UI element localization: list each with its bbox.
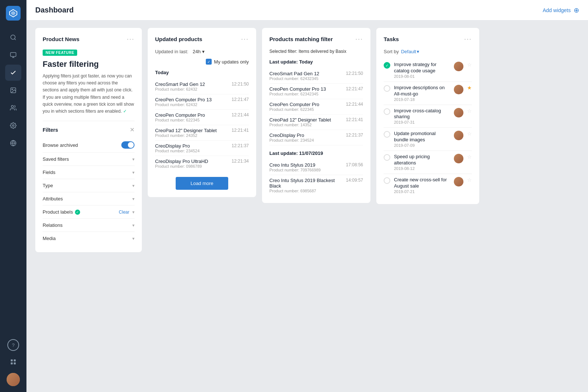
task-avatar — [454, 154, 463, 163]
products-date-list: Creo Intu Stylus 2019 Product number: 70… — [269, 160, 363, 196]
tasks-title: Tasks — [384, 36, 399, 42]
task-content: Improve descriptions on All-must-go 2019… — [394, 85, 450, 102]
sidebar-item-search[interactable] — [5, 29, 21, 46]
product-news-menu[interactable]: ··· — [127, 35, 135, 43]
task-checkbox[interactable] — [384, 131, 390, 138]
list-item[interactable]: CreoPen Computer Pro 13 Product number: … — [155, 94, 249, 110]
star-icon[interactable]: ☆ — [467, 177, 472, 183]
list-item[interactable]: CreoSmart Pad Gen 12 Product number: 624… — [269, 68, 363, 84]
star-icon[interactable]: ★ — [467, 85, 472, 91]
sidebar-item-users[interactable] — [5, 100, 21, 116]
sort-value-select[interactable]: Default ▾ — [401, 49, 419, 54]
product-info: CreoPen Computer Pro Product number: 622… — [155, 112, 229, 122]
user-avatar[interactable] — [7, 373, 20, 386]
updated-products-menu[interactable]: ··· — [241, 35, 249, 43]
svg-rect-14 — [14, 359, 16, 361]
chevron-down-icon: ▾ — [132, 157, 135, 162]
list-item[interactable]: CreoPen Computer Pro Product number: 622… — [155, 110, 249, 125]
list-item[interactable]: CreoPad 12" Designer Tablet Product numb… — [269, 115, 363, 130]
my-updates-checkbox[interactable]: ✓ My updates only — [206, 59, 249, 65]
page-title: Dashboard — [35, 6, 543, 14]
sidebar-item-help[interactable]: ? — [7, 339, 19, 351]
sidebar-item-catalog[interactable] — [5, 47, 21, 63]
product-time: 12:21:44 — [343, 102, 363, 107]
tasks-menu[interactable]: ··· — [464, 35, 472, 43]
list-item[interactable]: CreoSmart Pad Gen 12 Product number: 624… — [155, 79, 249, 94]
task-checkbox[interactable] — [384, 108, 390, 115]
product-number: Product number: 24352 — [155, 133, 229, 138]
star-icon[interactable]: ☆ — [467, 62, 472, 68]
time-filter-select[interactable]: 24h ▾ — [193, 49, 205, 54]
task-checkbox-done[interactable]: ✓ — [384, 62, 390, 69]
filter-relations-label: Relations — [43, 222, 62, 228]
product-number: Product number: 234524 — [155, 149, 229, 153]
app-logo[interactable] — [6, 6, 21, 21]
list-item[interactable]: Creo Intu Stylus 2019 Product number: 70… — [269, 160, 363, 175]
filter-clear-button[interactable]: Clear — [119, 210, 129, 215]
task-checkbox[interactable] — [384, 177, 390, 184]
widgets-row: Product News ··· NEW FEATURE Faster filt… — [35, 28, 579, 252]
sidebar-item-tasks[interactable] — [5, 65, 21, 81]
svg-marker-1 — [11, 11, 15, 15]
last-update-date-label: Last update: 11/07/2019 — [269, 150, 363, 156]
filter-type[interactable]: Type ▾ — [43, 179, 135, 192]
filter-saved-filters[interactable]: Saved filters ▾ — [43, 153, 135, 166]
list-item[interactable]: CreoDisplay Pro UltraHD Product number: … — [155, 156, 249, 171]
list-item[interactable]: CreoPen Computer Pro Product number: 622… — [269, 99, 363, 115]
list-item[interactable]: CreoPad 12" Designer Tablet Product numb… — [155, 125, 249, 141]
list-item[interactable]: CreoDisplay Pro Product number: 234524 1… — [155, 141, 249, 156]
svg-point-2 — [11, 35, 15, 39]
task-checkbox[interactable] — [384, 154, 390, 161]
checkbox-checked-icon: ✓ — [206, 59, 212, 65]
task-checkbox[interactable] — [384, 85, 390, 92]
updated-products-widget: Updated products ··· Updated in last: 24… — [148, 28, 256, 197]
svg-point-9 — [11, 105, 14, 108]
star-icon[interactable]: ☆ — [467, 108, 472, 114]
add-widgets-button[interactable]: Add widgets ⊕ — [543, 6, 579, 14]
task-avatar — [454, 108, 463, 117]
product-info: CreoPen Computer Pro 13 Product number: … — [155, 97, 229, 107]
product-name: Creo Intu Stylus 2019 Blackest Black — [269, 178, 343, 189]
product-time: 12:21:37 — [229, 143, 249, 148]
filters-close-icon[interactable]: ✕ — [130, 126, 135, 133]
product-info: CreoDisplay Pro Product number: 234524 — [155, 143, 229, 153]
load-more-button[interactable]: Load more — [176, 177, 228, 190]
svg-rect-16 — [14, 363, 16, 364]
filter-attributes[interactable]: Attributes ▾ — [43, 192, 135, 206]
filter-relations[interactable]: Relations ▾ — [43, 219, 135, 232]
svg-rect-13 — [11, 359, 12, 361]
sidebar-item-globe[interactable] — [5, 135, 21, 151]
product-info: CreoPen Computer Pro Product number: 622… — [269, 102, 343, 112]
filter-media[interactable]: Media ▾ — [43, 232, 135, 245]
product-number: Product number: 62432345 — [269, 76, 343, 81]
filter-fields[interactable]: Fields ▾ — [43, 166, 135, 179]
sidebar-item-settings[interactable] — [5, 117, 21, 134]
products-filter-menu[interactable]: ··· — [355, 35, 363, 43]
task-avatar — [454, 177, 463, 186]
task-title: Create new cross-sell for August sale — [394, 177, 450, 189]
list-item[interactable]: Creo Intu Stylus 2019 Blackest Black Pro… — [269, 175, 363, 196]
task-content: Speed up pricing alterations 2019-08-12 — [394, 154, 450, 171]
product-info: Creo Intu Stylus 2019 Blackest Black Pro… — [269, 178, 343, 193]
sidebar-item-apps[interactable] — [5, 354, 21, 370]
updated-in-label: Updated in last: — [155, 49, 188, 54]
sidebar-item-media[interactable] — [5, 82, 21, 98]
chevron-down-icon: ▾ — [132, 170, 135, 175]
task-content: Create new cross-sell for August sale 20… — [394, 177, 450, 194]
tasks-header: Tasks ··· — [384, 35, 472, 43]
list-item[interactable]: CreoPen Computer Pro 13 Product number: … — [269, 84, 363, 99]
product-number: Product number: 62342345 — [269, 92, 343, 96]
svg-rect-4 — [11, 52, 16, 57]
product-news-widget: Product News ··· NEW FEATURE Faster filt… — [35, 28, 142, 252]
star-icon[interactable]: ☆ — [467, 154, 472, 160]
product-time: 12:21:47 — [229, 97, 249, 102]
product-name: CreoDisplay Pro — [269, 133, 343, 138]
task-avatar — [454, 85, 463, 94]
star-icon[interactable]: ☆ — [467, 131, 472, 137]
tasks-widget: Tasks ··· Sort by Default ▾ ✓ — [376, 28, 479, 204]
product-time: 12:21:34 — [229, 159, 249, 164]
browse-archived-toggle[interactable] — [121, 141, 135, 149]
product-number: Product number: 6985687 — [269, 189, 343, 193]
list-item[interactable]: CreoDisplay Pro Product number: 234524 1… — [269, 130, 363, 145]
updated-products-header: Updated products ··· — [155, 35, 249, 43]
